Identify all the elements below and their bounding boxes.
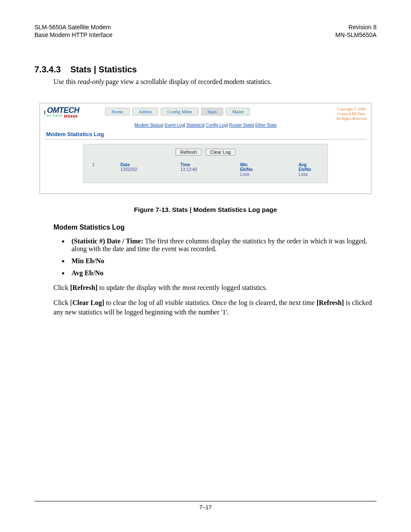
bullet-min-ebno: Min Eb/No [69,257,377,265]
header-left-2: Base Modem HTTP Interface [34,31,112,39]
subnav-config-log[interactable]: Config Log [206,123,227,128]
tab-admin[interactable]: Admin [132,108,159,115]
col-time: Time 13:13:40 [181,162,197,177]
col-index: 1 [92,162,95,177]
section-title: Stats | Statistics [70,65,137,74]
tab-maint[interactable]: Maint [226,108,250,115]
refresh-button[interactable]: Refresh [175,149,202,156]
col-min-ebno: Min Eb/No Loss [240,162,260,177]
clear-log-button[interactable]: Clear Log [206,149,236,156]
globe-icon [44,110,45,115]
subnav-statistics[interactable]: Statistics [186,123,203,128]
header-left-1: SLM-5650A Satellite Modem [34,23,112,31]
log-table: 1 Date 13/02/02 Time 13:13:40 Min Eb/No … [84,162,327,177]
brand-stripe-icon [64,115,77,118]
bullet-stat-date-time: (Statistic #) Date / Time: The first thr… [69,237,377,253]
tab-stats[interactable]: Stats [201,108,223,115]
main-tabs: Home Admin Config Mdm Stats Maint [105,108,250,115]
subnav-event-log[interactable]: Event Log [165,123,184,128]
subnav-modem-status[interactable]: Modem Status [134,123,162,128]
refresh-paragraph: Click [Refresh] to update the display wi… [53,283,377,292]
brand-logo: OMTECH EF DATA [44,106,79,117]
subnav-router-stats[interactable]: Router Stats [229,123,253,128]
copyright-block: Copyright © 2006 Comtech EF Data All Rig… [336,106,367,121]
bullet-avg-ebno: Avg Eb/No [69,269,377,277]
log-panel: Refresh Clear Log 1 Date 13/02/02 Time 1… [83,144,328,183]
panel-title: Modem Statistics Log [40,131,371,139]
bullet-list: (Statistic #) Date / Time: The first thr… [69,237,377,277]
brand-sub: EF DATA [47,114,62,117]
screenshot-panel: OMTECH EF DATA Home Admin Config Mdm Sta… [40,103,371,193]
subsection-heading: Modem Statistics Log [53,224,377,231]
col-date: Date 13/02/02 [121,162,137,177]
tab-home[interactable]: Home [105,108,130,115]
col-avg-ebno: Avg Eb/No Loss [299,162,319,177]
section-heading: 7.3.4.3 Stats | Statistics [34,65,377,75]
section-number: 7.3.4.3 [34,65,61,74]
page-footer: 7–17 [34,501,377,510]
subnav-ether-stats[interactable]: Ether Stats [255,123,277,128]
clearlog-paragraph: Click [Clear Log] to clear the log of al… [53,298,377,317]
figure-caption: Figure 7-13. Stats | Modem Statistics Lo… [34,206,377,213]
header-right-1: Revision 8 [335,23,377,31]
brand-name: OMTECH [47,106,79,115]
tab-config-mdm[interactable]: Config Mdm [161,108,198,115]
page-header: SLM-5650A Satellite Modem Base Modem HTT… [34,23,377,39]
sub-nav: Modem Status| Event Log| Statistics| Con… [40,123,371,128]
header-right-2: MN-SLM5650A [335,31,377,39]
section-intro: Use this read-only page view a scrollabl… [53,78,377,86]
